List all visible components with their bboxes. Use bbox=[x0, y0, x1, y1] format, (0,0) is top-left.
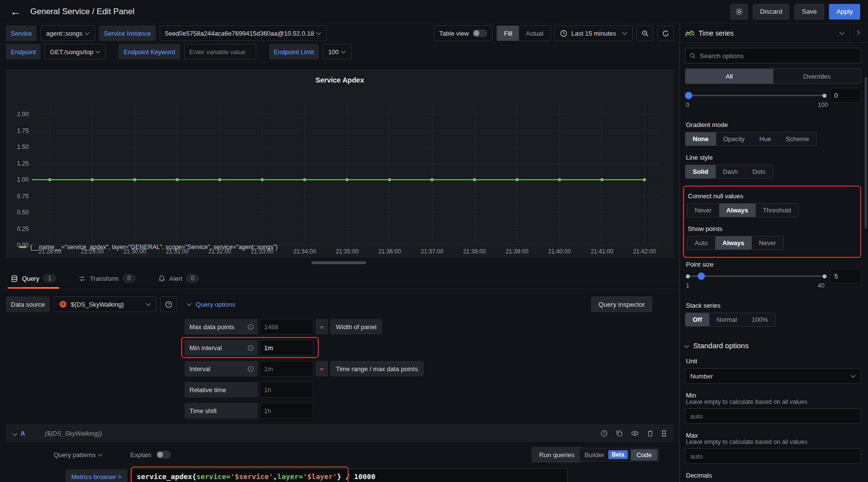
info-icon: i bbox=[248, 345, 254, 351]
query-options-toggle[interactable]: Query options bbox=[196, 301, 235, 308]
service-instance-picker[interactable]: 5eed0e5758a244aca6e7699415d360aa@10.52.0… bbox=[160, 25, 327, 41]
min-input[interactable] bbox=[685, 408, 861, 424]
explain-toggle[interactable] bbox=[156, 451, 171, 459]
interval-input[interactable] bbox=[260, 361, 313, 377]
sidebar-scrollbar[interactable] bbox=[865, 77, 867, 229]
unit-select[interactable]: Number bbox=[685, 368, 861, 384]
panel-resize-handle[interactable] bbox=[311, 261, 366, 264]
time-shift-input[interactable] bbox=[260, 403, 313, 419]
svg-text:0.50: 0.50 bbox=[17, 209, 29, 216]
panel-settings-button[interactable] bbox=[730, 4, 748, 20]
code-option[interactable]: Code bbox=[631, 449, 658, 461]
fill-actual-segmented: Fill Actual bbox=[496, 25, 551, 41]
line-dots-option[interactable]: Dots bbox=[745, 165, 773, 178]
code-token: service= bbox=[196, 473, 230, 481]
tab-query[interactable]: Query 1 bbox=[8, 269, 59, 289]
decimals-label: Decimals bbox=[686, 472, 861, 479]
slider-handle[interactable] bbox=[685, 92, 692, 99]
gradient-opacity-option[interactable]: Opacity bbox=[716, 132, 752, 146]
slider-handle[interactable] bbox=[698, 272, 705, 280]
chevron-down-icon bbox=[622, 30, 627, 35]
slider-max-label: 100 bbox=[818, 102, 828, 108]
apply-button[interactable]: Apply bbox=[829, 4, 860, 20]
visualization-picker[interactable]: Time series bbox=[699, 29, 734, 37]
point-size-value-input[interactable] bbox=[830, 269, 861, 283]
max-input[interactable] bbox=[685, 448, 861, 464]
collapse-options-pane-button[interactable] bbox=[849, 23, 863, 43]
code-token: service_apdex{ bbox=[137, 473, 196, 481]
max-data-points-input[interactable] bbox=[260, 319, 313, 335]
drag-handle-icon[interactable] bbox=[661, 430, 666, 437]
slider-end-dot bbox=[823, 94, 827, 98]
builder-option[interactable]: Builder bbox=[580, 451, 608, 459]
gradient-none-option[interactable]: None bbox=[685, 132, 716, 146]
endpoint-keyword-input[interactable] bbox=[184, 44, 256, 60]
endpoint-picker[interactable]: GET:/songs/top bbox=[44, 44, 106, 60]
metrics-browser-toggle[interactable]: Metrics browser > bbox=[65, 469, 127, 482]
timeseries-panel-icon bbox=[685, 30, 695, 37]
search-options-input[interactable] bbox=[700, 52, 857, 60]
duplicate-query-icon[interactable] bbox=[616, 430, 623, 437]
slider-track[interactable] bbox=[686, 275, 827, 277]
timeseries-chart[interactable]: 0.000.250.500.751.001.251.501.752.0021:2… bbox=[6, 84, 673, 256]
query-history-icon[interactable] bbox=[600, 430, 608, 437]
null-threshold-option[interactable]: Threshold bbox=[756, 204, 799, 217]
stack-normal-option[interactable]: Normal bbox=[709, 313, 744, 326]
point-size-label: Point size bbox=[686, 261, 861, 268]
tab-all[interactable]: All bbox=[685, 69, 773, 84]
alert-count-badge: 0 bbox=[186, 274, 199, 283]
datasource-picker[interactable]: ${DS_SkyWalking} bbox=[54, 296, 156, 312]
standard-options-section-header[interactable]: Standard options bbox=[685, 341, 861, 350]
min-interval-input[interactable] bbox=[260, 340, 313, 356]
fill-opacity-value-input[interactable] bbox=[830, 88, 861, 103]
min-description: Leave empty to calculate based on all va… bbox=[686, 398, 861, 405]
tab-overrides[interactable]: Overrides bbox=[773, 69, 861, 84]
chevron-down-icon bbox=[146, 301, 151, 306]
back-arrow-icon[interactable]: ← bbox=[8, 4, 23, 20]
null-always-option[interactable]: Always bbox=[719, 204, 756, 217]
query-a-header[interactable]: A (${DS_SkyWalking}) bbox=[6, 424, 674, 442]
delete-query-trash-icon[interactable] bbox=[647, 430, 654, 437]
stack-off-option[interactable]: Off bbox=[685, 313, 709, 326]
zoom-out-button[interactable] bbox=[637, 25, 653, 41]
max-label: Max bbox=[686, 432, 861, 439]
run-queries-button[interactable]: Run queries bbox=[532, 447, 582, 462]
connect-null-group: Never Always Threshold bbox=[687, 203, 799, 217]
gradient-scheme-option[interactable]: Scheme bbox=[778, 132, 816, 146]
table-view-toggle[interactable] bbox=[473, 29, 487, 37]
line-solid-option[interactable]: Solid bbox=[685, 165, 716, 178]
svg-text:0.75: 0.75 bbox=[17, 193, 29, 200]
legend-item[interactable]: {__name__="service_apdex", layer="GENERA… bbox=[19, 244, 278, 251]
gradient-hue-option[interactable]: Hue bbox=[752, 132, 779, 146]
stack-100-option[interactable]: 100% bbox=[744, 313, 775, 326]
relative-time-row: Relative time bbox=[185, 382, 680, 398]
datasource-help-button[interactable]: ? bbox=[160, 296, 177, 312]
slider-track[interactable] bbox=[686, 95, 827, 96]
time-range-picker[interactable]: Last 15 minutes bbox=[555, 25, 633, 41]
line-dash-option[interactable]: Dash bbox=[716, 165, 745, 178]
svg-text:?: ? bbox=[167, 302, 170, 307]
points-auto-option[interactable]: Auto bbox=[687, 236, 715, 250]
discard-button[interactable]: Discard bbox=[753, 4, 790, 20]
relative-time-input[interactable] bbox=[260, 382, 313, 398]
query-patterns-dropdown[interactable]: Query patterns bbox=[54, 451, 96, 459]
actual-option[interactable]: Actual bbox=[519, 26, 550, 41]
save-button[interactable]: Save bbox=[794, 4, 824, 20]
refresh-button[interactable] bbox=[657, 25, 674, 41]
fill-option[interactable]: Fill bbox=[497, 26, 519, 41]
points-never-option[interactable]: Never bbox=[752, 236, 784, 250]
svg-text:21:41:00: 21:41:00 bbox=[591, 248, 614, 255]
service-variable-picker[interactable]: agent::songs bbox=[41, 25, 95, 41]
chevron-right-icon bbox=[855, 30, 860, 35]
hide-response-eye-icon[interactable] bbox=[631, 430, 639, 437]
time-shift-row: Time shift bbox=[185, 403, 680, 419]
chevron-down-icon bbox=[13, 431, 18, 436]
null-never-option[interactable]: Never bbox=[687, 204, 719, 217]
tab-transform[interactable]: Transform 0 bbox=[76, 269, 138, 289]
points-always-option[interactable]: Always bbox=[715, 236, 752, 250]
endpoint-limit-picker[interactable]: 100 bbox=[323, 44, 351, 60]
tab-alert[interactable]: Alert 0 bbox=[155, 269, 202, 289]
show-points-label: Show points bbox=[688, 225, 855, 232]
query-inspector-button[interactable]: Query inspector bbox=[591, 296, 652, 312]
promql-code-editor[interactable]: service_apdex{service='$service', layer=… bbox=[130, 468, 568, 482]
